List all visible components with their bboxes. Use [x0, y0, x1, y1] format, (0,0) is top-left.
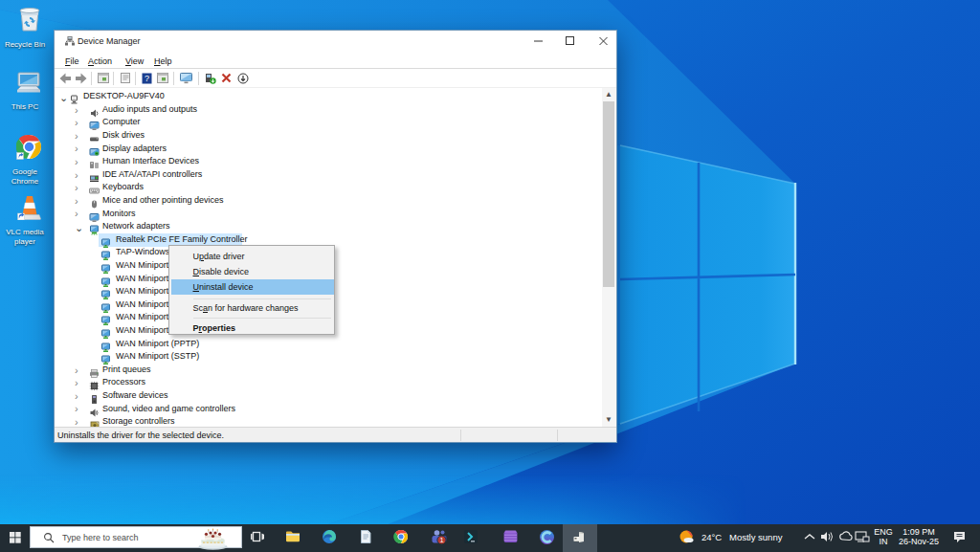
svg-text:?: ? — [145, 74, 149, 83]
svg-text:1: 1 — [440, 536, 444, 544]
